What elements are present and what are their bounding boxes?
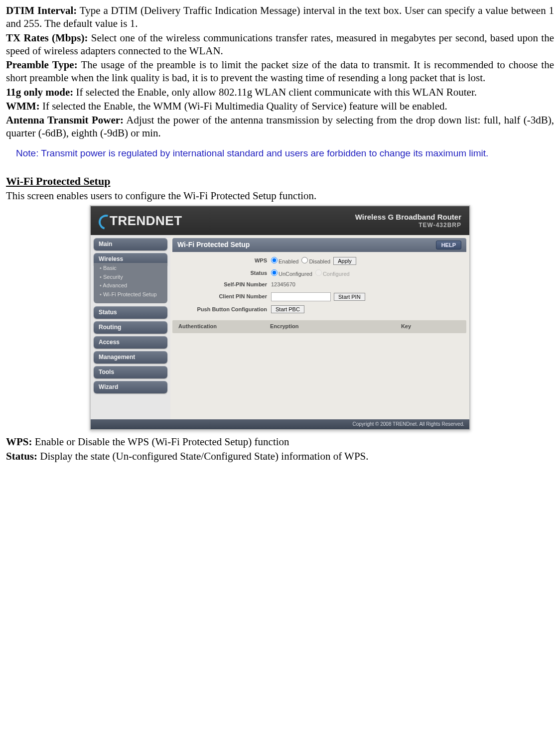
text-preamble: The usage of the preamble is to limit th…	[6, 59, 554, 84]
text-status-desc: Display the state (Un-configured State/C…	[37, 450, 368, 462]
label-wmm: WMM:	[6, 100, 40, 112]
content-panel: Wi-Fi Protected Setup HELP WPS Enabled D…	[170, 235, 469, 419]
clientpin-input[interactable]	[271, 292, 331, 301]
radio-wps-disabled-label: Disabled	[309, 258, 330, 264]
para-antenna: Antenna Transmit Power: Adjust the power…	[6, 114, 554, 140]
brand-logo: TRENDNET	[99, 213, 182, 229]
sidebar-sub-basic[interactable]: Basic	[100, 264, 164, 273]
radio-status-config-wrap: Configured	[315, 269, 350, 278]
text-dtim: Type a DTIM (Delivery Traffic Indication…	[6, 4, 554, 29]
label-clientpin: Client PIN Number	[172, 293, 271, 300]
col-key: Key	[346, 320, 466, 333]
radio-status-unconfig-label: UnConfigured	[279, 271, 312, 277]
device-title-line1: Wireless G Broadband Router	[355, 213, 461, 222]
col-auth: Authentication	[172, 320, 264, 333]
startpin-button[interactable]: Start PIN	[334, 293, 365, 301]
label-11gonly: 11g only mode:	[6, 86, 73, 98]
label-selfpin: Self-PIN Number	[172, 281, 271, 288]
sidebar-submenu-wireless: Basic Security Advanced Wi-Fi Protected …	[94, 263, 167, 303]
device-title-line2: TEW-432BRP	[355, 222, 461, 229]
text-txrates: Select one of the wireless communication…	[6, 32, 554, 57]
sidebar-sub-wps[interactable]: Wi-Fi Protected Setup	[100, 290, 164, 299]
router-footer: Copyright © 2008 TRENDnet. All Rights Re…	[91, 419, 469, 430]
radio-status-unconfig-wrap[interactable]: UnConfigured	[271, 269, 312, 278]
sidebar-item-management[interactable]: Management	[94, 351, 167, 364]
label-status: Status	[172, 270, 271, 277]
section-heading-wps: Wi-Fi Protected Setup	[6, 174, 554, 188]
label-antenna: Antenna Transmit Power:	[6, 114, 124, 126]
text-11gonly: If selected the Enable, only allow 802.1…	[73, 86, 477, 98]
sidebar-item-tools[interactable]: Tools	[94, 366, 167, 378]
brand-text: TRENDNET	[110, 213, 182, 228]
startpbc-button[interactable]: Start PBC	[271, 305, 304, 313]
label-pbc: Push Button Configuration	[172, 306, 271, 312]
para-wmm: WMM: If selected the Enable, the WMM (Wi…	[6, 100, 554, 113]
row-selfpin: Self-PIN Number 12345670	[172, 279, 466, 290]
radio-status-config	[315, 269, 322, 276]
sidebar-sub-security[interactable]: Security	[100, 273, 164, 282]
para-11gonly: 11g only mode: If selected the Enable, o…	[6, 86, 554, 99]
router-screenshot: TRENDNET Wireless G Broadband Router TEW…	[90, 205, 470, 431]
para-preamble: Preamble Type: The usage of the preamble…	[6, 58, 554, 85]
text-wps-desc: Enable or Disable the WPS (Wi-Fi Protect…	[32, 436, 289, 448]
apply-button[interactable]: Apply	[333, 257, 356, 265]
radio-wps-disabled-wrap[interactable]: Disabled	[301, 257, 330, 265]
sidebar-item-wizard[interactable]: Wizard	[94, 381, 167, 393]
radio-status-unconfig[interactable]	[271, 269, 278, 276]
device-title: Wireless G Broadband Router TEW-432BRP	[355, 213, 461, 229]
panel-header: Wi-Fi Protected Setup HELP	[172, 238, 466, 252]
para-txrates: TX Rates (Mbps): Select one of the wirel…	[6, 31, 554, 58]
text-wmm: If selected the Enable, the WMM (Wi-Fi M…	[40, 100, 447, 112]
label-wps: WPS	[172, 257, 271, 264]
auth-table-header: Authentication Encryption Key	[172, 320, 466, 333]
label-wps-desc: WPS:	[6, 436, 32, 448]
help-button[interactable]: HELP	[436, 241, 461, 249]
row-clientpin: Client PIN Number Start PIN	[172, 290, 466, 303]
label-dtim: DTIM Interval:	[6, 4, 77, 16]
section-intro: This screen enables users to configure t…	[6, 189, 554, 202]
sidebar-item-status[interactable]: Status	[94, 306, 167, 319]
selfpin-value: 12345670	[271, 281, 295, 288]
sidebar-item-main[interactable]: Main	[94, 238, 167, 250]
label-status-desc: Status:	[6, 450, 37, 462]
router-body: Main Wireless Basic Security Advanced Wi…	[91, 235, 469, 419]
sidebar-sub-advanced[interactable]: Advanced	[100, 281, 164, 290]
radio-status-config-label: Configured	[323, 271, 350, 277]
sidebar-item-access[interactable]: Access	[94, 336, 167, 349]
radio-wps-enabled[interactable]	[271, 257, 278, 263]
panel-title: Wi-Fi Protected Setup	[177, 241, 250, 249]
col-enc: Encryption	[264, 320, 346, 333]
label-preamble: Preamble Type:	[6, 59, 78, 71]
radio-wps-enabled-label: Enabled	[279, 258, 298, 264]
row-status: Status UnConfigured Configured	[172, 267, 466, 280]
para-status: Status: Display the state (Un-configured…	[6, 450, 554, 463]
sidebar: Main Wireless Basic Security Advanced Wi…	[91, 235, 170, 419]
label-txrates: TX Rates (Mbps):	[6, 32, 88, 44]
para-wps: WPS: Enable or Disable the WPS (Wi-Fi Pr…	[6, 435, 554, 448]
router-header: TRENDNET Wireless G Broadband Router TEW…	[91, 206, 469, 235]
row-wps: WPS Enabled Disabled Apply	[172, 255, 466, 267]
para-dtim: DTIM Interval: Type a DTIM (Delivery Tra…	[6, 4, 554, 30]
row-pbc: Push Button Configuration Start PBC	[172, 303, 466, 315]
radio-wps-disabled[interactable]	[301, 257, 308, 263]
radio-wps-enabled-wrap[interactable]: Enabled	[271, 257, 298, 265]
note-transmit-power: Note: Transmit power is regulated by int…	[16, 147, 554, 160]
sidebar-item-routing[interactable]: Routing	[94, 321, 167, 334]
